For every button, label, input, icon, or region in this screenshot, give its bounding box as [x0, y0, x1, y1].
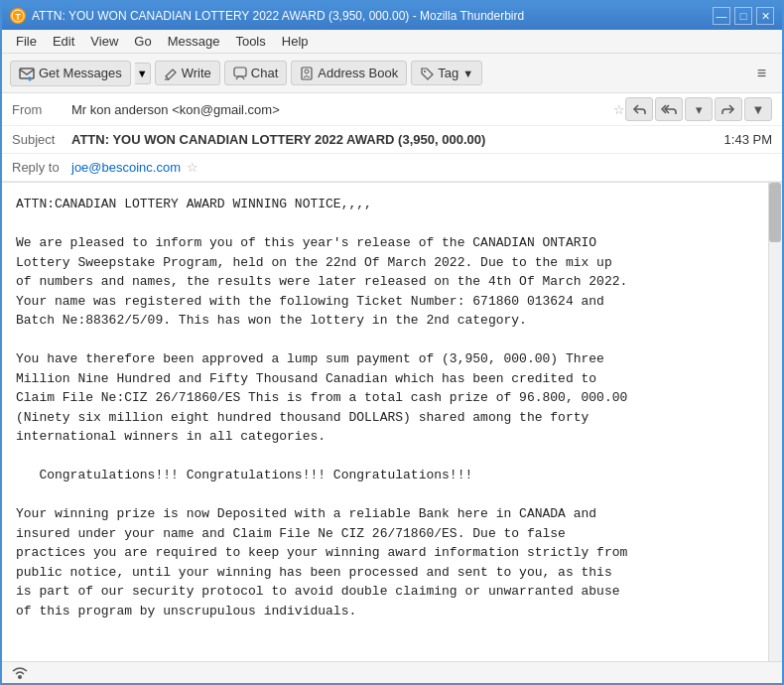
menu-tools[interactable]: Tools — [229, 32, 271, 51]
reply-all-icon — [661, 102, 677, 116]
get-messages-icon — [19, 66, 35, 81]
svg-text:T: T — [15, 12, 21, 22]
minimize-button[interactable]: — — [713, 7, 730, 25]
prev-button[interactable]: ▾ — [685, 97, 713, 121]
title-bar-left: T ATTN: YOU WON CANADIAN LOTTERY 2022 AW… — [10, 8, 524, 24]
forward-button[interactable] — [715, 97, 742, 121]
tag-button[interactable]: Tag ▼ — [411, 61, 482, 85]
svg-point-7 — [305, 69, 309, 73]
maximize-button[interactable]: □ — [734, 7, 752, 25]
svg-point-9 — [18, 675, 22, 679]
app-window: T ATTN: YOU WON CANADIAN LOTTERY 2022 AW… — [0, 0, 784, 685]
signal-icon — [10, 663, 30, 679]
scrollbar-thumb[interactable] — [769, 183, 781, 242]
toolbar: Get Messages ▼ Write Chat Address Book — [2, 54, 782, 93]
email-body-container: ATTN:CANADIAN LOTTERY AWARD WINNING NOTI… — [2, 183, 782, 661]
reply-to-star-icon[interactable]: ☆ — [187, 160, 198, 175]
menu-edit[interactable]: Edit — [47, 32, 80, 51]
more-actions-button[interactable]: ▼ — [744, 97, 772, 121]
menu-bar: File Edit View Go Message Tools Help — [2, 30, 782, 54]
status-bar — [2, 661, 782, 683]
window-controls: — □ ✕ — [713, 7, 774, 25]
menu-go[interactable]: Go — [128, 32, 157, 51]
get-messages-dropdown[interactable]: ▼ — [135, 63, 151, 84]
reply-button[interactable] — [625, 97, 653, 121]
subject-row: Subject ATTN: YOU WON CANADIAN LOTTERY 2… — [2, 126, 782, 154]
address-book-icon — [300, 67, 314, 80]
app-icon: T — [10, 8, 26, 24]
email-time: 1:43 PM — [724, 132, 772, 147]
email-body: ATTN:CANADIAN LOTTERY AWARD WINNING NOTI… — [2, 183, 782, 632]
subject-value: ATTN: YOU WON CANADIAN LOTTERY 2022 AWAR… — [71, 132, 724, 147]
from-value: Mr kon anderson <kon@gmail.com> — [71, 102, 607, 117]
from-row: From Mr kon anderson <kon@gmail.com> ☆ — [2, 93, 782, 126]
title-bar: T ATTN: YOU WON CANADIAN LOTTERY 2022 AW… — [2, 2, 782, 30]
write-icon — [164, 67, 178, 80]
menu-file[interactable]: File — [10, 32, 43, 51]
reply-to-value[interactable]: joe@bescoinc.com — [71, 160, 181, 175]
menu-view[interactable]: View — [84, 32, 124, 51]
reply-icon — [632, 102, 646, 116]
scrollbar-track[interactable] — [768, 183, 782, 661]
window-title: ATTN: YOU WON CANADIAN LOTTERY 2022 AWAR… — [32, 9, 524, 23]
email-actions: ▾ ▼ — [625, 97, 772, 121]
from-star-icon[interactable]: ☆ — [613, 102, 625, 117]
write-button[interactable]: Write — [155, 61, 220, 85]
tag-icon — [420, 67, 434, 80]
reply-all-button[interactable] — [655, 97, 683, 121]
svg-rect-5 — [234, 68, 246, 76]
hamburger-menu[interactable]: ≡ — [749, 61, 774, 86]
svg-point-8 — [424, 70, 426, 72]
svg-rect-2 — [20, 68, 34, 78]
menu-message[interactable]: Message — [162, 32, 226, 51]
connection-icon — [10, 663, 30, 682]
forward-icon — [721, 102, 735, 116]
chat-button[interactable]: Chat — [224, 61, 287, 85]
get-messages-button[interactable]: Get Messages — [10, 61, 131, 86]
chat-icon — [233, 67, 247, 80]
subject-label: Subject — [12, 132, 71, 147]
close-button[interactable]: ✕ — [756, 7, 774, 25]
email-header: From Mr kon anderson <kon@gmail.com> ☆ — [2, 93, 782, 183]
reply-to-row: Reply to joe@bescoinc.com ☆ — [2, 154, 782, 182]
reply-to-label: Reply to — [12, 160, 71, 175]
from-label: From — [12, 102, 71, 117]
address-book-button[interactable]: Address Book — [291, 61, 407, 85]
menu-help[interactable]: Help — [276, 32, 315, 51]
